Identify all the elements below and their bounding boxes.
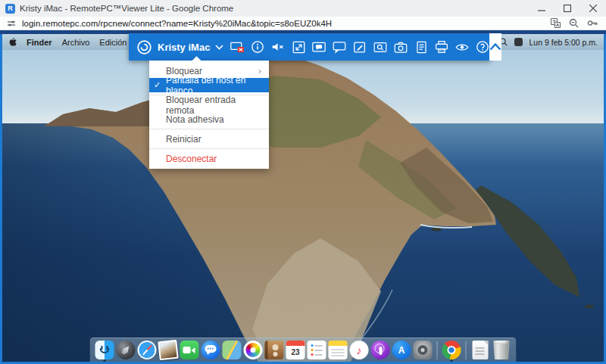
menu-item-desconectar[interactable]: Desconectar <box>149 151 269 166</box>
dock-facetime-icon[interactable] <box>180 341 199 359</box>
menu-item-nota-adhesiva[interactable]: Nota adhesiva <box>149 112 269 126</box>
menu-item-pantalla-del-host-en-blanco[interactable]: ✓ Pantalla del host en blanco <box>149 78 269 92</box>
dock-finder-icon[interactable] <box>95 341 114 359</box>
catalina-wallpaper <box>2 34 604 362</box>
dock-trash-icon[interactable] <box>492 341 511 359</box>
running-indicator <box>451 359 453 362</box>
checkmark-icon: ✓ <box>154 80 161 90</box>
menubar-app-finder[interactable]: Finder <box>27 38 52 47</box>
host-name: Kristy iMac <box>158 42 210 53</box>
window-controls <box>529 0 606 17</box>
apple-menu-icon[interactable] <box>8 37 17 47</box>
file-search-icon[interactable] <box>373 40 387 54</box>
blank-screen-eye-icon[interactable] <box>455 40 469 54</box>
dock-chrome-icon[interactable] <box>442 341 461 359</box>
chevron-up-icon <box>489 43 501 51</box>
url-text[interactable]: login.remotepc.com/rpcnew/connect?name=K… <box>22 19 551 28</box>
menubar-menu-archivo[interactable]: Archivo <box>62 38 90 47</box>
macos-dock: ⋯ 23 ♪ A <box>90 338 517 362</box>
browser-titlebar: R Kristy iMac - RemotePC™Viewer Lite - G… <box>0 0 606 17</box>
dock-system-preferences-icon[interactable] <box>414 341 433 359</box>
info-icon[interactable] <box>251 40 264 54</box>
fullscreen-icon[interactable] <box>292 40 305 54</box>
menubar-menu-edicion[interactable]: Edición <box>99 38 127 47</box>
chat-icon[interactable] <box>333 40 346 54</box>
dock-music-icon[interactable]: ♪ <box>350 341 369 359</box>
remotepc-logo-icon <box>136 39 152 55</box>
site-settings-icon[interactable] <box>7 19 16 28</box>
dock-reminders-icon[interactable] <box>308 341 326 359</box>
host-menu-chevron-icon[interactable] <box>215 45 223 50</box>
siri-icon[interactable] <box>514 38 523 46</box>
dock-safari-icon[interactable] <box>138 341 157 359</box>
dock-podcasts-icon[interactable] <box>371 341 390 359</box>
dock-appstore-icon[interactable]: A <box>392 341 411 359</box>
menu-separator <box>149 148 269 149</box>
dock-contacts-icon[interactable] <box>265 341 284 359</box>
menu-item-reiniciar[interactable]: Reiniciar <box>149 132 269 146</box>
dock-maps-icon[interactable] <box>223 341 242 359</box>
translate-icon[interactable] <box>551 18 561 28</box>
menu-item-bloquear-entrada-remota[interactable]: Bloquear entrada remota <box>149 98 269 112</box>
remote-print-icon[interactable] <box>435 40 448 54</box>
notes-document-icon[interactable] <box>414 40 428 54</box>
menubar-clock[interactable]: Lun 9 feb 5:00 p.m. <box>529 38 598 47</box>
remote-desktop-screen[interactable]: Finder Archivo Edición Visualización Lun… <box>0 34 606 364</box>
dock-separator <box>437 341 438 359</box>
dock-preview-icon[interactable] <box>159 341 178 359</box>
remotepc-toolbar: Kristy iMac <box>129 33 491 61</box>
password-key-icon[interactable] <box>587 18 598 28</box>
dock-notes-icon[interactable] <box>329 341 348 359</box>
dock-photos-icon[interactable] <box>244 341 263 359</box>
monitor-x-icon[interactable] <box>230 40 244 54</box>
snapshot-camera-icon[interactable] <box>394 40 408 54</box>
zoom-icon[interactable] <box>569 18 579 28</box>
whiteboard-icon[interactable] <box>353 40 367 54</box>
screen-chat-icon[interactable] <box>312 40 326 54</box>
maximize-button[interactable] <box>554 0 580 17</box>
close-button[interactable] <box>580 0 606 17</box>
browser-urlbar[interactable]: login.remotepc.com/rpcnew/connect?name=K… <box>0 17 606 30</box>
running-indicator <box>104 359 106 362</box>
window-title: Kristy iMac - RemotePC™Viewer Lite - Goo… <box>20 4 233 13</box>
dock-calendar-icon[interactable]: 23 <box>286 341 305 359</box>
collapse-toolbar-button[interactable] <box>489 33 501 61</box>
minimize-button[interactable] <box>529 0 554 17</box>
dock-launchpad-icon[interactable] <box>117 341 136 359</box>
help-icon[interactable] <box>476 40 489 54</box>
mute-icon[interactable] <box>271 40 285 54</box>
dock-separator <box>466 341 467 359</box>
remotepc-favicon: R <box>5 4 15 14</box>
menu-separator <box>149 129 269 129</box>
dock-messages-icon[interactable]: ⋯ <box>201 341 220 359</box>
host-dropdown-menu: Bloquear › ✓ Pantalla del host en blanco… <box>149 61 269 169</box>
dock-downloads-icon[interactable] <box>471 341 490 359</box>
